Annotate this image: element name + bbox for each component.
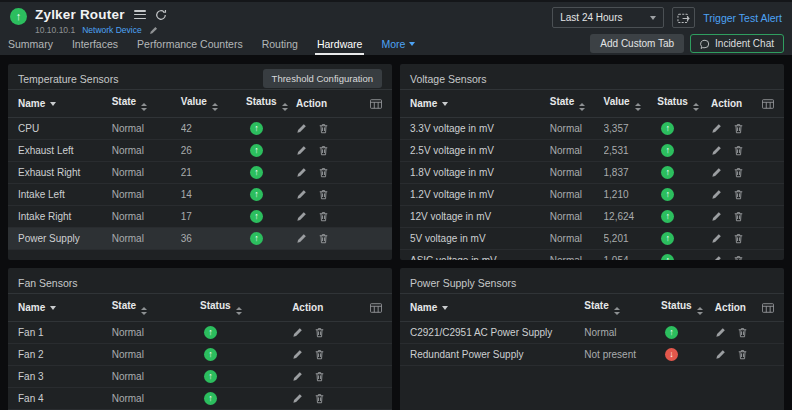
fan-sensors-panel: Fan SensorsNameStateStatusActionFan 1Nor…: [8, 268, 392, 410]
table-row[interactable]: ASIC voltage in mVNormal1,054↑: [400, 250, 784, 261]
tab-summary[interactable]: Summary: [8, 32, 53, 55]
edit-button[interactable]: [711, 167, 722, 178]
delete-button[interactable]: [318, 189, 329, 200]
edit-button[interactable]: [711, 123, 722, 134]
add-custom-tab-button[interactable]: Add Custom Tab: [590, 34, 684, 53]
trigger-test-alert-link[interactable]: Trigger Test Alert: [703, 12, 782, 24]
table-row[interactable]: CPUNormal42↑: [8, 118, 392, 140]
table-row[interactable]: C2921/C2951 AC Power SupplyNormal↑: [400, 322, 784, 344]
edit-button[interactable]: [296, 145, 307, 156]
status-cell: ↑: [657, 140, 711, 162]
edit-button[interactable]: [715, 349, 726, 360]
table-row[interactable]: Intake RightNormal17↑: [8, 206, 392, 228]
tab-hardware[interactable]: Hardware: [317, 32, 363, 55]
table-row[interactable]: Fan 2Normal↑: [8, 344, 392, 366]
column-label: Status: [657, 96, 688, 107]
time-range-select[interactable]: Last 24 Hours: [552, 7, 664, 28]
delete-button[interactable]: [314, 327, 325, 338]
table-row[interactable]: 1.8V voltage in mVNormal1,837↑: [400, 162, 784, 184]
delete-button[interactable]: [733, 167, 744, 178]
edit-button[interactable]: [296, 233, 307, 244]
column-label: Status: [200, 300, 231, 311]
delete-button[interactable]: [318, 123, 329, 134]
delete-button[interactable]: [733, 211, 744, 222]
delete-button[interactable]: [737, 349, 748, 360]
action-cell: [292, 388, 392, 410]
edit-button[interactable]: [711, 233, 722, 244]
column-header-value[interactable]: Value: [181, 90, 246, 118]
column-header-state[interactable]: State: [112, 294, 200, 322]
column-header-state[interactable]: State: [550, 90, 604, 118]
column-header-state[interactable]: State: [112, 90, 181, 118]
table-row[interactable]: 12V voltage in mVNormal12,624↑: [400, 206, 784, 228]
table-row[interactable]: Fan 3Normal↑: [8, 366, 392, 388]
delete-button[interactable]: [318, 211, 329, 222]
edit-button[interactable]: [711, 145, 722, 156]
incident-chat-button[interactable]: Incident Chat: [690, 34, 784, 53]
table-row[interactable]: Redundant Power SupplyNot present↓: [400, 344, 784, 366]
edit-button[interactable]: [715, 327, 726, 338]
column-chooser-icon[interactable]: [762, 303, 774, 313]
delete-button[interactable]: [733, 255, 744, 260]
menu-icon[interactable]: [134, 10, 146, 19]
edit-button[interactable]: [292, 393, 303, 404]
status-cell: ↑: [246, 162, 296, 184]
tab-routing[interactable]: Routing: [262, 32, 298, 55]
status-up-icon: ↑: [204, 326, 217, 339]
edit-button[interactable]: [292, 327, 303, 338]
table-row[interactable]: Fan 4Normal↑: [8, 388, 392, 410]
delete-button[interactable]: [737, 327, 748, 338]
column-header-action: Action: [715, 294, 784, 322]
delete-button[interactable]: [314, 393, 325, 404]
column-header-status[interactable]: Status: [661, 294, 715, 322]
edit-button[interactable]: [296, 189, 307, 200]
column-chooser-icon[interactable]: [370, 303, 382, 313]
column-chooser-icon[interactable]: [762, 99, 774, 109]
column-header-status[interactable]: Status: [246, 90, 296, 118]
edit-button[interactable]: [296, 167, 307, 178]
edit-button[interactable]: [711, 255, 722, 260]
delete-button[interactable]: [318, 167, 329, 178]
column-header-name[interactable]: Name: [400, 294, 584, 322]
value-cell: 12,624: [604, 206, 658, 228]
column-header-status[interactable]: Status: [657, 90, 711, 118]
delete-button[interactable]: [733, 189, 744, 200]
table-row[interactable]: Exhaust LeftNormal26↑: [8, 140, 392, 162]
table-row[interactable]: Intake LeftNormal14↑: [8, 184, 392, 206]
threshold-configuration-button[interactable]: Threshold Configuration: [263, 69, 382, 88]
column-header-value[interactable]: Value: [604, 90, 658, 118]
table-row[interactable]: Exhaust RightNormal21↑: [8, 162, 392, 184]
edit-button[interactable]: [296, 211, 307, 222]
delete-button[interactable]: [733, 233, 744, 244]
delete-button[interactable]: [733, 123, 744, 134]
edit-button[interactable]: [711, 211, 722, 222]
column-header-status[interactable]: Status: [200, 294, 292, 322]
popout-button[interactable]: [672, 7, 695, 28]
column-header-state[interactable]: State: [584, 294, 661, 322]
delete-button[interactable]: [733, 145, 744, 156]
column-header-name[interactable]: Name: [8, 90, 112, 118]
tab-interfaces[interactable]: Interfaces: [72, 32, 118, 55]
status-up-icon: ↑: [250, 144, 263, 157]
delete-button[interactable]: [314, 349, 325, 360]
edit-button[interactable]: [292, 349, 303, 360]
delete-button[interactable]: [314, 371, 325, 382]
refresh-icon[interactable]: [155, 9, 167, 21]
tab-performance-counters[interactable]: Performance Counters: [137, 32, 243, 55]
table-row[interactable]: 2.5V voltage in mVNormal2,531↑: [400, 140, 784, 162]
edit-button[interactable]: [296, 123, 307, 134]
edit-button[interactable]: [711, 189, 722, 200]
tab-more[interactable]: More: [381, 32, 415, 55]
column-header-name[interactable]: Name: [400, 90, 550, 118]
delete-button[interactable]: [318, 233, 329, 244]
column-chooser-icon[interactable]: [370, 99, 382, 109]
delete-button[interactable]: [318, 145, 329, 156]
table-row[interactable]: Power SupplyNormal36↑: [8, 228, 392, 250]
table-row[interactable]: 5V voltage in mVNormal5,201↑: [400, 228, 784, 250]
status-up-icon: ↑: [661, 210, 674, 223]
table-row[interactable]: 1.2V voltage in mVNormal1,210↑: [400, 184, 784, 206]
table-row[interactable]: 3.3V voltage in mVNormal3,357↑: [400, 118, 784, 140]
column-header-name[interactable]: Name: [8, 294, 112, 322]
table-row[interactable]: Fan 1Normal↑: [8, 322, 392, 344]
edit-button[interactable]: [292, 371, 303, 382]
